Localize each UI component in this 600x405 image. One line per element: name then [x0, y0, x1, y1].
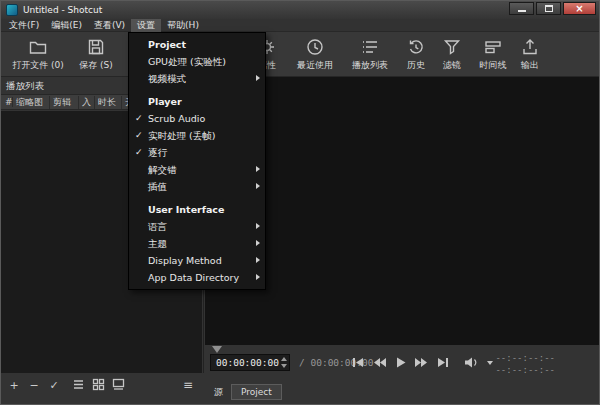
submenu-arrow-icon	[256, 257, 260, 263]
menubar: 文件(F) 编辑(E) 查看(V) 设置 帮助(H)	[1, 19, 599, 32]
menu-item-app-data-directory[interactable]: App Data Directory	[129, 269, 265, 286]
seek-position-marker[interactable]	[212, 346, 222, 353]
submenu-arrow-icon	[256, 183, 260, 189]
titlebar[interactable]: Untitled - Shotcut ×	[1, 1, 599, 19]
player-tab-bar: 源 Project	[205, 382, 599, 402]
column-duration[interactable]: 时长	[98, 96, 122, 109]
menu-edit[interactable]: 编辑(E)	[45, 19, 88, 32]
export-icon	[520, 36, 540, 57]
timeline-icon	[483, 36, 503, 57]
playlist-toolbar: + − ✓ ≡	[1, 373, 204, 405]
in-point-field[interactable]: --:--:--:--	[495, 352, 555, 364]
playlist-remove-button[interactable]: −	[25, 378, 43, 394]
skip-to-start-button[interactable]	[351, 356, 365, 369]
volume-caret-icon[interactable]	[487, 361, 493, 365]
menu-item-gpu-processing[interactable]: GPU处理 (实验性)	[129, 53, 265, 70]
menu-section-user-interface: User Interface	[129, 201, 265, 218]
toolbar-history[interactable]: 历史	[399, 36, 433, 72]
menu-file[interactable]: 文件(F)	[3, 19, 45, 32]
maximize-button[interactable]	[536, 2, 561, 15]
menu-item-interpolation[interactable]: 插值	[129, 178, 265, 195]
column-index[interactable]: #	[5, 97, 13, 107]
tab-source[interactable]: 源	[209, 384, 228, 401]
maximize-icon	[545, 5, 553, 12]
transport-controls	[351, 356, 493, 369]
play-button[interactable]	[393, 356, 407, 369]
close-button[interactable]: ×	[563, 2, 596, 15]
main-toolbar: 打开文件 (0) 保存 (S) 属性 最近使用 播放列表 历史 滤镜 时间线	[1, 32, 599, 77]
fast-forward-button[interactable]	[414, 356, 428, 369]
column-in[interactable]: 入	[82, 96, 95, 109]
spin-down-icon	[281, 364, 287, 368]
current-position: 00:00:00:00	[216, 357, 279, 368]
playlist-icon	[360, 36, 380, 57]
toolbar-filters[interactable]: 滤镜	[435, 36, 469, 72]
spin-up-icon	[281, 357, 287, 361]
history-icon	[406, 36, 426, 57]
checkmark-icon: ✓	[135, 127, 143, 144]
minimize-icon	[518, 10, 526, 12]
column-clip[interactable]: 剪辑	[53, 96, 79, 109]
submenu-arrow-icon	[256, 274, 260, 280]
menu-item-video-mode[interactable]: 视频模式	[129, 70, 265, 87]
submenu-arrow-icon	[256, 223, 260, 229]
minimize-button[interactable]	[509, 2, 534, 15]
menu-item-progressive[interactable]: ✓ 逐行	[129, 144, 265, 161]
menu-section-player: Player	[129, 93, 265, 110]
toolbar-playlist[interactable]: 播放列表	[345, 36, 395, 72]
rewind-button[interactable]	[372, 356, 386, 369]
menu-item-theme[interactable]: 主题	[129, 235, 265, 252]
menu-settings[interactable]: 设置	[131, 19, 161, 32]
close-icon: ×	[575, 4, 583, 14]
menu-item-deinterlacer[interactable]: 解交错	[129, 161, 265, 178]
view-icons-button[interactable]	[109, 378, 127, 394]
in-out-fields: --:--:--:-- --:--:--:--	[495, 352, 555, 376]
submenu-arrow-icon	[256, 166, 260, 172]
toolbar-timeline[interactable]: 时间线	[471, 36, 515, 72]
timecode-spinner[interactable]	[281, 357, 287, 368]
open-file-icon	[28, 36, 48, 57]
submenu-arrow-icon	[256, 75, 260, 81]
settings-dropdown-menu: Project GPU处理 (实验性) 视频模式 Player ✓ Scrub …	[128, 32, 266, 290]
toolbar-export[interactable]: 输出	[513, 36, 547, 72]
save-icon	[86, 36, 106, 57]
menu-item-language[interactable]: 语言	[129, 218, 265, 235]
view-tiles-button[interactable]	[89, 378, 107, 394]
toolbar-save[interactable]: 保存 (S)	[73, 36, 119, 72]
checkmark-icon: ✓	[135, 110, 143, 127]
playlist-add-button[interactable]: +	[5, 378, 23, 394]
volume-button[interactable]	[464, 356, 478, 369]
menu-help[interactable]: 帮助(H)	[161, 19, 205, 32]
menu-view[interactable]: 查看(V)	[88, 19, 131, 32]
skip-to-end-button[interactable]	[435, 356, 449, 369]
window-title: Untitled - Shotcut	[23, 5, 102, 15]
player-controls-area: 00:00:00:00 / 00:00:00:00 --:--:--:-- --…	[205, 345, 599, 405]
playlist-menu-button[interactable]: ≡	[179, 378, 197, 394]
filters-icon	[442, 36, 462, 57]
selected-duration-field[interactable]: --:--:--:--	[495, 364, 555, 376]
menu-item-realtime[interactable]: ✓ 实时处理 (丢帧)	[129, 127, 265, 144]
menu-section-project: Project	[129, 36, 265, 53]
submenu-arrow-icon	[256, 240, 260, 246]
menu-item-display-method[interactable]: Display Method	[129, 252, 265, 269]
view-details-button[interactable]	[69, 378, 87, 394]
playlist-update-button[interactable]: ✓	[45, 378, 63, 394]
duration-separator: /	[299, 357, 305, 368]
tab-project[interactable]: Project	[231, 384, 282, 400]
checkmark-icon: ✓	[135, 144, 143, 161]
timecode-spinbox[interactable]: 00:00:00:00	[210, 354, 290, 371]
toolbar-open-file[interactable]: 打开文件 (0)	[7, 36, 69, 72]
window-controls: ×	[507, 1, 596, 19]
shotcut-window: Untitled - Shotcut × 文件(F) 编辑(E) 查看(V) 设…	[0, 0, 600, 405]
menu-item-scrub-audio[interactable]: ✓ Scrub Audio	[129, 110, 265, 127]
column-thumbnail[interactable]: 缩略图	[16, 96, 50, 109]
toolbar-recent[interactable]: 最近使用	[289, 36, 341, 72]
app-icon	[6, 4, 18, 16]
recent-icon	[305, 36, 325, 57]
